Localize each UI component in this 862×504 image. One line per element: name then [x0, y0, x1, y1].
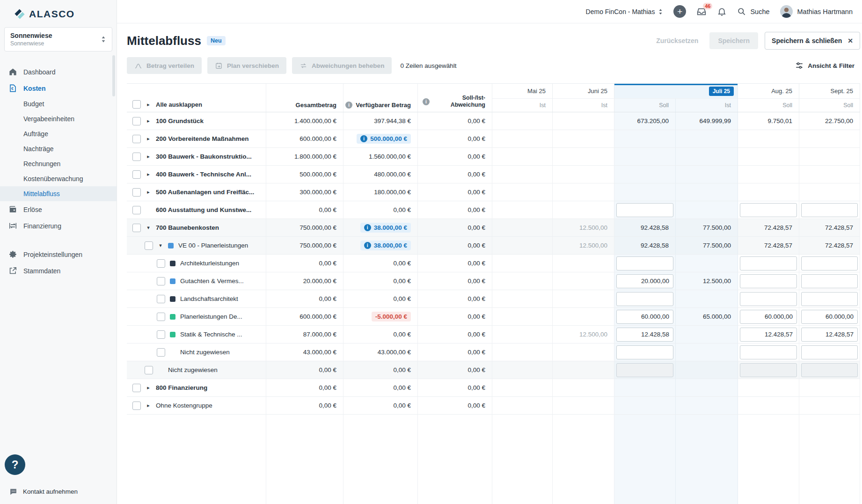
plan-value-input[interactable]: [740, 256, 797, 270]
plan-value-input[interactable]: [801, 363, 858, 377]
row-checkbox[interactable]: [132, 206, 141, 214]
plan-value-input[interactable]: [616, 363, 673, 377]
row-checkbox[interactable]: [157, 348, 165, 357]
plan-value-input[interactable]: [801, 203, 858, 217]
plan-value-input[interactable]: [801, 310, 858, 324]
month-header-juni-25[interactable]: Juni 25: [553, 84, 614, 99]
sidebar-item-finanzierung[interactable]: Finanzierung: [0, 218, 117, 234]
plan-value-input[interactable]: [616, 328, 673, 342]
cell-soll-ist-abweichung: 0,00 €: [418, 397, 492, 414]
plan-value-input[interactable]: [740, 274, 797, 288]
row-checkbox[interactable]: [145, 241, 153, 250]
add-button[interactable]: +: [673, 5, 686, 18]
row-checkbox[interactable]: [132, 188, 141, 197]
inbox-icon[interactable]: 46: [696, 7, 707, 17]
reset-button[interactable]: Zurücksetzen: [651, 33, 703, 49]
row-checkbox[interactable]: [132, 135, 141, 143]
row-checkbox[interactable]: [132, 402, 141, 410]
plan-value-input[interactable]: [616, 203, 673, 217]
month-cell: [614, 148, 676, 165]
row-checkbox[interactable]: [132, 170, 141, 179]
sidebar-item-budget[interactable]: Budget: [0, 96, 117, 111]
plan-value-input[interactable]: [616, 292, 673, 306]
plan-value-input[interactable]: [801, 274, 858, 288]
plan-value-input[interactable]: [801, 345, 858, 359]
row-checkbox[interactable]: [145, 366, 153, 374]
plan-value-input[interactable]: [616, 256, 673, 270]
select-all-checkbox[interactable]: [132, 100, 141, 109]
notifications-icon[interactable]: [717, 7, 727, 16]
row-checkbox[interactable]: [157, 313, 165, 321]
contact-button[interactable]: Kontakt aufnehmen: [9, 488, 78, 496]
info-icon[interactable]: i: [423, 98, 430, 105]
plan-value-input[interactable]: [616, 310, 673, 324]
expand-row-icon[interactable]: ▸: [146, 118, 151, 124]
plan-value-input[interactable]: [740, 363, 797, 377]
sidebar-item-erl-se[interactable]: Erlöse: [0, 201, 117, 218]
plan-value-input[interactable]: [740, 328, 797, 342]
plan-value-input[interactable]: [740, 345, 797, 359]
save-close-button[interactable]: Speichern & schließen ✕: [765, 32, 860, 50]
sidebar-item-auftr-ge[interactable]: Aufträge: [0, 126, 117, 141]
fix-deviations-button[interactable]: Abweichungen beheben: [292, 57, 392, 74]
row-checkbox[interactable]: [157, 330, 165, 339]
row-label: Gutachten & Vermes...: [180, 278, 244, 285]
row-checkbox[interactable]: [157, 295, 165, 303]
costs-icon: €: [8, 84, 17, 93]
sidebar-item-kosten-berwachung[interactable]: Kostenüberwachung: [0, 171, 117, 186]
expand-row-icon[interactable]: ▸: [146, 385, 151, 390]
org-selector[interactable]: Demo FinCon - Mathias: [586, 7, 664, 16]
collapse-row-icon[interactable]: ▾: [158, 243, 163, 248]
sidebar-item-projekteinstellungen[interactable]: Projekteinstellungen: [0, 246, 117, 263]
search-button[interactable]: Suche: [737, 7, 769, 16]
sidebar-item-rechnungen[interactable]: Rechnungen: [0, 156, 117, 171]
row-checkbox[interactable]: [132, 224, 141, 232]
plan-value-input[interactable]: [616, 345, 673, 359]
plan-value-input[interactable]: [801, 292, 858, 306]
expand-row-icon[interactable]: ▸: [146, 136, 151, 141]
expand-all-icon[interactable]: ▸: [146, 102, 151, 107]
shift-plan-button[interactable]: Plan verschieben: [207, 57, 286, 74]
month-cell: [799, 397, 860, 414]
row-checkbox[interactable]: [157, 259, 165, 268]
plan-value-input[interactable]: [740, 203, 797, 217]
plan-value-input[interactable]: [801, 328, 858, 342]
row-checkbox[interactable]: [132, 153, 141, 161]
row-checkbox[interactable]: [132, 384, 141, 392]
sidebar-item-mittelabfluss[interactable]: Mittelabfluss: [0, 186, 117, 201]
collapse-row-icon[interactable]: ▾: [146, 225, 151, 230]
plan-value-input[interactable]: [740, 310, 797, 324]
month-header-sept-25[interactable]: Sept. 25: [799, 84, 860, 99]
sidebar-item-kosten[interactable]: €Kosten: [0, 80, 117, 96]
plan-value-input[interactable]: [616, 274, 673, 288]
project-selector[interactable]: Sonnenwiese Sonnenwiese: [4, 27, 112, 51]
month-header-juli-25[interactable]: Juli 25: [614, 84, 738, 99]
distribute-amount-button[interactable]: Betrag verteilen: [127, 57, 202, 74]
cell-verfuegbarer-betrag: 43.000,00 €: [343, 343, 418, 361]
plan-value-input[interactable]: [801, 256, 858, 270]
user-menu[interactable]: Mathias Hartmann: [780, 5, 853, 18]
available-amount-info-pill[interactable]: i500.000,00 €: [357, 134, 411, 144]
available-amount-info-pill[interactable]: i38.000,00 €: [360, 241, 411, 250]
info-icon[interactable]: i: [345, 102, 352, 109]
expand-row-icon[interactable]: ▸: [146, 190, 151, 195]
save-button[interactable]: Speichern: [709, 32, 758, 49]
sidebar-item-dashboard[interactable]: Dashboard: [0, 64, 117, 80]
sidebar-item-vergabeeinheiten[interactable]: Vergabeeinheiten: [0, 111, 117, 126]
month-cell: [676, 379, 738, 396]
month-header-mai-25[interactable]: Mai 25: [492, 84, 553, 99]
expand-row-icon[interactable]: ▸: [146, 403, 151, 408]
row-label: Nicht zugewiesen: [180, 349, 230, 356]
expand-row-icon[interactable]: ▸: [146, 172, 151, 177]
view-filter-button[interactable]: Ansicht & Filter: [795, 61, 860, 70]
row-checkbox[interactable]: [157, 277, 165, 285]
sidebar-item-nachtr-ge[interactable]: Nachträge: [0, 141, 117, 156]
plan-value-input[interactable]: [740, 292, 797, 306]
row-checkbox[interactable]: [132, 117, 141, 125]
month-header-aug-25[interactable]: Aug. 25: [738, 84, 799, 99]
sidebar-item-stammdaten[interactable]: Stammdaten: [0, 263, 117, 279]
help-button[interactable]: ?: [5, 454, 25, 475]
sidebar-scrollbar[interactable]: [112, 55, 115, 96]
expand-row-icon[interactable]: ▸: [146, 154, 151, 159]
available-amount-info-pill[interactable]: i38.000,00 €: [360, 223, 411, 233]
